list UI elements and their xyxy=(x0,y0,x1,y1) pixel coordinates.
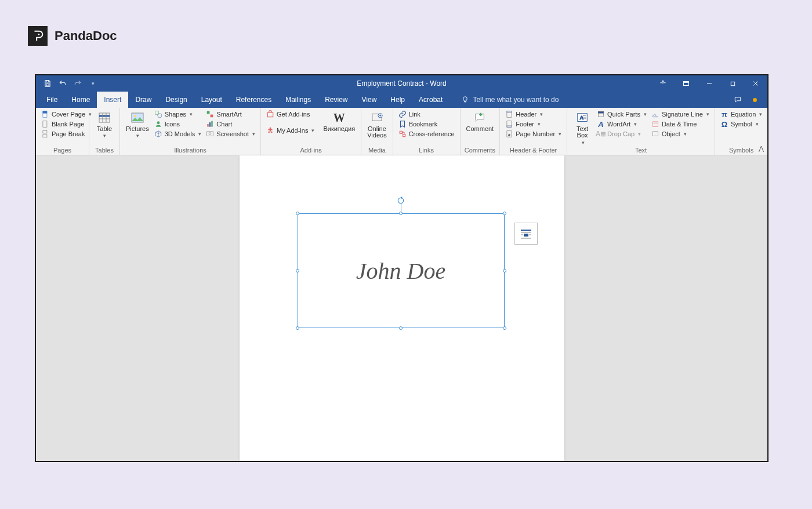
wordart-button[interactable]: AWordArt▾ xyxy=(595,119,648,129)
ribbon-tab-row: File Home Insert Draw Design Layout Refe… xyxy=(36,92,767,108)
object-button[interactable]: Object▾ xyxy=(650,129,711,139)
svg-rect-38 xyxy=(507,126,512,127)
screenshot-button[interactable]: Screenshot▾ xyxy=(204,129,257,139)
footer-icon xyxy=(505,120,513,128)
cross-reference-button[interactable]: Cross-reference xyxy=(397,129,456,139)
maximize-button[interactable] xyxy=(721,75,744,92)
store-icon xyxy=(266,110,274,118)
pandadoc-logo-text: PandaDoc xyxy=(55,28,117,43)
close-button[interactable] xyxy=(744,75,767,92)
pandadoc-logo: PandaDoc xyxy=(28,26,117,46)
tab-file[interactable]: File xyxy=(39,92,64,108)
date-time-button[interactable]: Date & Time xyxy=(650,119,711,129)
svg-rect-47 xyxy=(598,111,603,113)
icons-button[interactable]: Icons xyxy=(153,119,204,129)
svg-rect-3 xyxy=(684,82,689,86)
svg-line-6 xyxy=(754,82,758,86)
svg-rect-26 xyxy=(209,122,211,127)
equation-icon: π xyxy=(720,110,728,118)
minimize-button[interactable] xyxy=(698,75,721,92)
save-button[interactable] xyxy=(43,79,52,88)
comment-button[interactable]: Comment xyxy=(464,110,496,133)
online-videos-button[interactable]: Online Videos xyxy=(365,110,389,140)
svg-rect-55 xyxy=(524,234,528,237)
table-button[interactable]: Table▾ xyxy=(93,110,116,140)
svg-rect-1 xyxy=(46,81,49,82)
chart-button[interactable]: Chart xyxy=(204,119,257,129)
table-icon xyxy=(96,111,113,125)
pictures-button[interactable]: Pictures▾ xyxy=(124,110,151,140)
redo-button[interactable] xyxy=(73,79,82,88)
bookmark-button[interactable]: Bookmark xyxy=(397,119,456,129)
svg-point-0 xyxy=(38,34,39,35)
blank-page-button[interactable]: Blank Page xyxy=(39,119,93,129)
tab-insert[interactable]: Insert xyxy=(97,92,128,108)
smartart-button[interactable]: SmartArt xyxy=(204,110,257,119)
page-break-button[interactable]: Page Break xyxy=(39,129,93,139)
svg-rect-11 xyxy=(43,130,47,133)
tab-design[interactable]: Design xyxy=(158,92,194,108)
signature-text[interactable]: John Doe xyxy=(356,257,445,285)
svg-point-29 xyxy=(209,133,212,135)
ribbon-insert: Cover Page▾ Blank Page Page Break Pages … xyxy=(36,108,767,155)
shapes-button[interactable]: Shapes▾ xyxy=(153,110,204,119)
resize-handle-tc[interactable] xyxy=(399,212,403,215)
resize-handle-ml[interactable] xyxy=(296,269,299,272)
quick-parts-button[interactable]: Quick Parts▾ xyxy=(595,110,648,119)
rotate-handle[interactable] xyxy=(397,197,405,205)
text-box-button[interactable]: A Text Box▾ xyxy=(571,110,594,147)
text-box-selected[interactable]: John Doe xyxy=(298,213,505,328)
page[interactable]: John Doe xyxy=(240,155,564,461)
header-button[interactable]: Header▾ xyxy=(503,110,563,119)
blank-page-icon xyxy=(41,120,49,128)
drop-cap-icon: A≣ xyxy=(597,130,605,138)
resize-handle-tr[interactable] xyxy=(503,212,506,215)
svg-point-21 xyxy=(158,114,162,118)
cube-icon xyxy=(154,130,162,138)
get-addins-button[interactable]: Get Add-ins xyxy=(264,110,316,119)
simplified-ribbon-button[interactable] xyxy=(651,75,675,92)
comments-icon[interactable] xyxy=(733,96,742,104)
tab-home[interactable]: Home xyxy=(64,92,97,108)
my-addins-button[interactable]: My Add-ins▾ xyxy=(264,126,316,135)
quick-parts-icon xyxy=(597,110,605,118)
equation-button[interactable]: πEquation▾ xyxy=(719,110,764,119)
resize-handle-mr[interactable] xyxy=(503,269,506,272)
tab-draw[interactable]: Draw xyxy=(128,92,158,108)
group-comments: Comment Comments xyxy=(461,108,501,155)
tab-layout[interactable]: Layout xyxy=(194,92,229,108)
share-indicator[interactable] xyxy=(753,98,757,102)
lightbulb-icon xyxy=(461,96,469,104)
tell-me-search[interactable]: Tell me what you want to do xyxy=(461,92,559,108)
footer-button[interactable]: Footer▾ xyxy=(503,119,563,129)
drop-cap-button[interactable]: A≣Drop Cap▾ xyxy=(595,129,648,139)
qat-customize-dropdown[interactable]: ▾ xyxy=(88,79,97,88)
screenshot-icon xyxy=(206,130,214,138)
svg-rect-27 xyxy=(212,121,213,127)
ribbon-display-options-button[interactable] xyxy=(675,75,698,92)
page-number-button[interactable]: #Page Number▾ xyxy=(503,129,563,139)
symbol-button[interactable]: ΩSymbol▾ xyxy=(719,119,764,129)
3d-models-button[interactable]: 3D Models▾ xyxy=(153,129,204,139)
layout-options-button[interactable] xyxy=(514,223,538,245)
undo-button[interactable] xyxy=(58,79,67,88)
wikipedia-button[interactable]: W Википедия xyxy=(321,110,357,133)
resize-handle-br[interactable] xyxy=(503,326,506,330)
tab-references[interactable]: References xyxy=(229,92,278,108)
collapse-ribbon-button[interactable]: ⋀ xyxy=(759,145,764,152)
signature-line-button[interactable]: Signature Line▾ xyxy=(650,110,711,119)
tab-view[interactable]: View xyxy=(355,92,384,108)
cover-page-button[interactable]: Cover Page▾ xyxy=(39,110,93,119)
symbol-icon: Ω xyxy=(720,120,728,128)
resize-handle-tl[interactable] xyxy=(296,212,299,215)
shapes-icon xyxy=(154,110,162,118)
resize-handle-bc[interactable] xyxy=(399,326,403,330)
tab-mailings[interactable]: Mailings xyxy=(278,92,318,108)
tab-acrobat[interactable]: Acrobat xyxy=(412,92,449,108)
svg-line-7 xyxy=(754,82,758,86)
comment-icon xyxy=(472,111,488,125)
tab-review[interactable]: Review xyxy=(318,92,354,108)
tab-help[interactable]: Help xyxy=(383,92,412,108)
link-button[interactable]: Link xyxy=(397,110,456,119)
resize-handle-bl[interactable] xyxy=(296,326,299,330)
